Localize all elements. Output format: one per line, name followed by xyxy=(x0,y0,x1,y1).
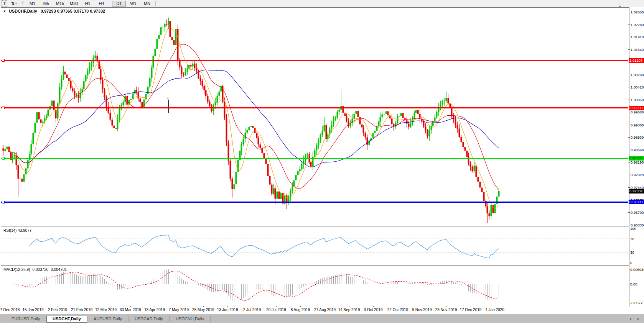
price-tick-dash xyxy=(628,112,630,112)
macd-indicator-panel: MACD(12,26,9) -0.003730 -0.004701 xyxy=(1,266,629,307)
price-badge-0.99800: 0.99800 xyxy=(629,106,644,110)
horizontal-line-0.97332[interactable] xyxy=(1,191,628,191)
date-tick xyxy=(58,306,58,307)
line-handle[interactable] xyxy=(2,157,5,160)
date-label: 25 May 2019 xyxy=(192,308,214,312)
date-label: 7 May 2019 xyxy=(169,308,189,312)
price-tick-label: 1.02280 xyxy=(631,23,644,27)
price-tick-dash xyxy=(628,137,630,138)
rsi-axis-label: 0 xyxy=(630,261,632,265)
horizontal-line-0.99800[interactable] xyxy=(1,107,628,108)
date-label: 27 Aug 2019 xyxy=(314,308,336,312)
date-label: 4 Jan 2020 xyxy=(485,308,504,312)
price-tick-dash xyxy=(628,212,630,213)
price-badge-1.01207: 1.01207 xyxy=(629,58,644,63)
price-tick-label: 0.98190 xyxy=(631,160,644,164)
date-label: 14 Sep 2019 xyxy=(338,308,360,312)
text-tool-button[interactable]: T xyxy=(2,0,8,7)
price-chart-panel xyxy=(1,7,629,226)
price-tick-label: 0.99300 xyxy=(631,123,644,127)
ohlc-values: 0.97293 0.97365 0.97170 0.97332 xyxy=(41,9,105,13)
timeframe-button-D1[interactable]: D1 xyxy=(112,1,126,7)
date-tick xyxy=(373,306,374,307)
timeframe-button-MN[interactable]: MN xyxy=(140,1,153,6)
vertical-line-object[interactable]: + xyxy=(168,100,169,113)
date-tick xyxy=(276,306,277,307)
cycle-timeframe-dropdown-button[interactable]: ⇅ ▾ xyxy=(9,1,19,6)
timeframe-button-W1[interactable]: W1 xyxy=(127,1,140,6)
date-label: 12 Mar 2019 xyxy=(95,308,117,312)
chart-tab-bar: EURUSD,DailyUSDCHF,DailyAUDUSD,DailyUSDC… xyxy=(0,314,644,323)
date-axis[interactable]: 27 Dec 201815 Jan 20192 Feb 201921 Feb 2… xyxy=(1,306,629,314)
price-tick-dash xyxy=(628,175,630,175)
date-label: 30 Mar 2019 xyxy=(120,308,141,312)
timeframe-button-H4[interactable]: H4 xyxy=(95,1,108,6)
date-tick xyxy=(422,306,422,307)
price-tick-label: 0.97820 xyxy=(631,173,644,177)
price-tick-dash xyxy=(628,49,630,50)
macd-label: MACD(12,26,9) -0.003730 -0.004701 xyxy=(3,267,67,272)
date-tick xyxy=(155,306,155,307)
toolbar-grip xyxy=(22,1,23,6)
timeframe-button-M1[interactable]: M1 xyxy=(26,1,39,6)
chart-tab-USDCHF[interactable]: USDCHF,Daily xyxy=(46,315,87,323)
date-label: 15 Jan 2019 xyxy=(22,308,43,312)
chart-symbol-header[interactable]: ▼ USDCHF,Daily 0.97293 0.97365 0.97170 0… xyxy=(3,9,105,13)
rsi-label: RSI(14) 43.9877 xyxy=(3,228,31,233)
date-label: 28 Nov 2019 xyxy=(435,308,457,312)
date-label: 3 Oct 2019 xyxy=(364,308,383,312)
price-tick-label: 0.98560 xyxy=(631,148,644,152)
chevron-down-icon: ▾ xyxy=(15,1,17,6)
chart-tab-AUDUSD[interactable]: AUDUSD,Daily xyxy=(87,315,128,323)
tab-scroll-left-icon[interactable]: ◂ xyxy=(629,317,631,321)
chart-tab-USDCNH[interactable]: USDCNH,Daily xyxy=(170,315,211,323)
timeframe-button-M15[interactable]: M15 xyxy=(53,1,66,6)
date-label: 17 Dec 2019 xyxy=(460,308,482,312)
price-tick-dash xyxy=(628,225,630,225)
main-chart-canvas[interactable] xyxy=(1,8,628,225)
price-tick-dash xyxy=(628,12,630,12)
horizontal-line-1.01207[interactable] xyxy=(1,60,628,61)
tab-scroll-right-icon[interactable]: ▸ xyxy=(637,317,639,321)
price-tick-dash xyxy=(628,100,630,100)
chart-tab-USDCAD[interactable]: USDCAD,Daily xyxy=(128,315,169,323)
date-tick xyxy=(252,306,252,307)
scroll-up-arrow-icon[interactable]: ▲ xyxy=(618,4,621,8)
price-tick-dash xyxy=(628,37,630,37)
timeframe-button-M5[interactable]: M5 xyxy=(40,1,53,6)
macd-canvas[interactable] xyxy=(1,266,628,306)
price-badge-0.98303: 0.98303 xyxy=(629,156,644,161)
date-tick xyxy=(9,306,9,307)
date-tick xyxy=(349,306,349,307)
line-handle[interactable] xyxy=(2,201,5,203)
date-tick xyxy=(300,306,301,307)
chart-tab-EURUSD[interactable]: EURUSD,Daily xyxy=(5,315,46,323)
swap-arrows-icon: ⇅ xyxy=(11,1,15,6)
date-label: 21 Feb 2019 xyxy=(71,308,92,312)
date-label: 2 Jul 2019 xyxy=(243,308,261,312)
rsi-axis-label: 70 xyxy=(630,237,634,241)
timeframe-button-M30[interactable]: M30 xyxy=(67,1,80,6)
date-tick xyxy=(227,306,228,307)
price-tick-label: 1.02650 xyxy=(631,10,644,14)
price-tick-label: 1.00050 xyxy=(631,98,644,102)
date-tick xyxy=(325,306,325,307)
line-handle[interactable] xyxy=(2,59,5,62)
date-label: 13 Jun 2019 xyxy=(217,308,238,312)
rsi-indicator-panel: RSI(14) 43.9877 xyxy=(1,227,629,266)
price-tick-label: 1.00790 xyxy=(631,73,644,77)
date-tick xyxy=(203,306,204,307)
timeframe-button-H1[interactable]: H1 xyxy=(81,1,94,6)
price-badge-0.97332: 0.97332 xyxy=(629,189,644,193)
horizontal-line-0.98303[interactable] xyxy=(1,158,628,159)
rsi-canvas[interactable] xyxy=(1,227,628,264)
horizontal-line-0.97009[interactable] xyxy=(1,202,628,203)
date-tick xyxy=(106,306,106,307)
date-label: 22 Oct 2019 xyxy=(387,308,408,312)
rsi-axis-label: 30 xyxy=(630,250,634,254)
top-toolbar: T ⇅ ▾ M1M5M15M30H1H4D1W1MN xyxy=(0,0,644,7)
line-handle[interactable] xyxy=(2,107,5,109)
price-badge-0.97009: 0.97009 xyxy=(629,200,644,204)
price-tick-dash xyxy=(628,25,630,25)
date-label: 9 Nov 2019 xyxy=(412,308,432,312)
